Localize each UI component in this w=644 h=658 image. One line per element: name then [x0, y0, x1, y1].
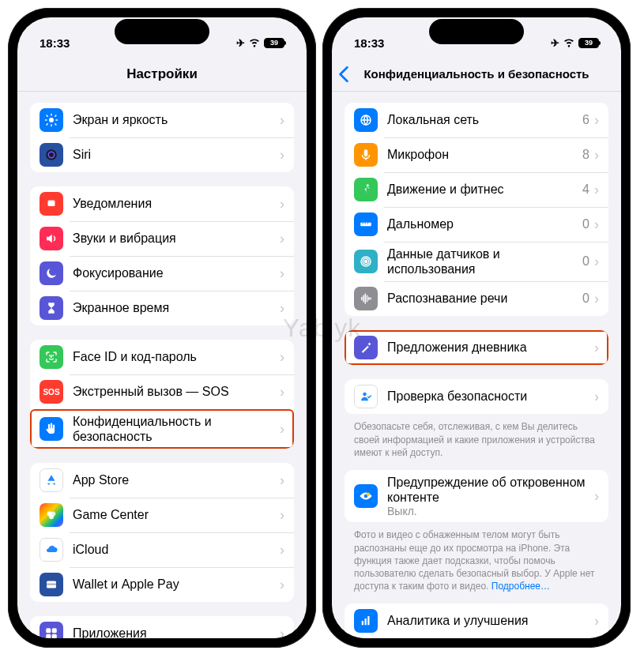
row-privacy[interactable]: Конфиденциальность и безопасность›: [30, 409, 294, 449]
svg-rect-11: [48, 201, 55, 207]
chevron-right-icon: ›: [594, 488, 599, 505]
wallet-icon: [40, 573, 63, 596]
row-value: 0: [582, 254, 589, 269]
row-label: Face ID и код-пароль: [73, 349, 280, 365]
svg-line-8: [47, 124, 47, 125]
privacy-group: Предложения дневника›: [345, 330, 608, 365]
row-icloud[interactable]: iCloud›: [30, 532, 294, 567]
settings-list[interactable]: Экран и яркость›Siri›Уведомления›Звуки и…: [17, 92, 307, 638]
svg-rect-39: [362, 621, 363, 625]
chevron-right-icon: ›: [280, 384, 284, 400]
settings-group: Экран и яркость›Siri›: [30, 103, 294, 172]
battery-icon: 39: [578, 38, 599, 48]
ruler-icon: [354, 212, 378, 236]
nav-header: Настройки: [17, 57, 307, 92]
wand-icon: [354, 336, 378, 359]
svg-rect-22: [364, 149, 368, 156]
row-label: Уведомления: [73, 196, 280, 212]
globe-icon: [354, 108, 378, 132]
footer-link[interactable]: Подробнее…: [491, 581, 550, 592]
row-appstore[interactable]: App Store›: [30, 463, 294, 498]
row-label: Локальная сеть: [387, 112, 582, 128]
settings-group: Уведомления›Звуки и вибрация›Фокусирован…: [30, 186, 294, 325]
wifi-icon: [248, 36, 261, 51]
row-speech[interactable]: Распознавание речи0›: [345, 281, 608, 316]
svg-rect-24: [360, 223, 371, 227]
row-mic[interactable]: Микрофон8›: [345, 137, 608, 172]
row-value: 0: [582, 291, 589, 306]
page-title: Настройки: [126, 66, 198, 82]
siri-icon: [40, 143, 63, 167]
row-label: Фокусирование: [73, 265, 280, 281]
row-analytics[interactable]: Аналитика и улучшения›: [345, 603, 608, 638]
row-label: Конфиденциальность и безопасность: [73, 414, 280, 444]
chevron-right-icon: ›: [280, 112, 284, 129]
dynamic-island: [429, 19, 524, 44]
row-focus[interactable]: Фокусирование›: [30, 256, 294, 291]
row-notifications[interactable]: Уведомления›: [30, 186, 294, 221]
row-sounds[interactable]: Звуки и вибрация›: [30, 221, 294, 256]
svg-point-37: [363, 393, 367, 397]
row-value: 8: [582, 148, 589, 162]
privacy-group: Локальная сеть6›Микрофон8›Движение и фит…: [345, 103, 608, 316]
row-sos[interactable]: SOSЭкстренный вызов — SOS›: [30, 374, 294, 409]
row-label: Данные датчиков и использования: [387, 246, 582, 276]
eye-icon: [354, 484, 378, 508]
group-footer: Фото и видео с обнаженным телом могут бы…: [354, 528, 599, 592]
row-value: 0: [582, 217, 589, 231]
svg-rect-16: [47, 584, 56, 585]
back-button[interactable]: [338, 57, 349, 91]
chevron-right-icon: ›: [594, 291, 599, 307]
privacy-group: Предупреждение об откровенном контентеВы…: [345, 470, 608, 522]
chevron-right-icon: ›: [594, 613, 599, 630]
chevron-right-icon: ›: [594, 147, 599, 164]
status-time: 18:33: [40, 36, 70, 50]
row-localnet[interactable]: Локальная сеть6›: [345, 103, 608, 137]
row-label: Предупреждение об откровенном контенте: [387, 475, 594, 505]
chevron-right-icon: ›: [280, 542, 284, 558]
settings-group: Face ID и код-пароль›SOSЭкстренный вызов…: [30, 340, 294, 449]
row-journal[interactable]: Предложения дневника›: [345, 330, 608, 365]
row-label: Экран и яркость: [73, 112, 280, 128]
svg-rect-40: [365, 619, 367, 625]
row-apps[interactable]: Приложения›: [30, 616, 294, 638]
row-label: Дальномер: [387, 216, 582, 232]
sun-icon: [40, 108, 63, 132]
row-faceid[interactable]: Face ID и код-пароль›: [30, 340, 294, 374]
row-display[interactable]: Экран и яркость›: [30, 103, 294, 137]
svg-line-5: [47, 115, 47, 116]
row-label: Siri: [73, 147, 280, 163]
faceid-icon: [40, 345, 63, 369]
status-icons: ✈︎ 39: [551, 36, 599, 51]
chevron-right-icon: ›: [280, 300, 284, 317]
sensor-icon: [354, 250, 378, 273]
row-wallet[interactable]: Wallet и Apple Pay›: [30, 567, 294, 602]
row-siri[interactable]: Siri›: [30, 137, 294, 172]
row-gamecenter[interactable]: Game Center›: [30, 498, 294, 532]
svg-rect-41: [367, 616, 369, 625]
row-label: App Store: [73, 472, 280, 488]
chevron-right-icon: ›: [594, 389, 599, 405]
row-screentime[interactable]: Экранное время›: [30, 291, 294, 325]
chart-icon: [354, 609, 378, 633]
svg-point-28: [365, 261, 367, 263]
chevron-right-icon: ›: [594, 254, 599, 270]
phone-left: 18:33 ✈︎ 39 Настройки Экран и яркость›Si…: [8, 8, 316, 648]
chevron-right-icon: ›: [280, 472, 284, 489]
row-range[interactable]: Дальномер0›: [345, 207, 608, 242]
row-safety[interactable]: Проверка безопасности›: [345, 379, 608, 414]
chevron-right-icon: ›: [594, 182, 599, 198]
row-subtitle: Выкл.: [387, 505, 594, 517]
privacy-list[interactable]: Локальная сеть6›Микрофон8›Движение и фит…: [332, 92, 621, 638]
row-sensor[interactable]: Данные датчиков и использования0›: [345, 242, 608, 281]
svg-point-38: [367, 493, 371, 497]
speaker-icon: [40, 227, 63, 250]
row-label: Game Center: [73, 507, 280, 523]
row-motion[interactable]: Движение и фитнес4›: [345, 172, 608, 207]
row-label: Микрофон: [387, 147, 582, 163]
page-title: Конфиденциальность и безопасность: [363, 67, 589, 81]
row-sensitive[interactable]: Предупреждение об откровенном контентеВы…: [345, 470, 608, 522]
chevron-right-icon: ›: [280, 349, 284, 366]
row-label: Экстренный вызов — SOS: [73, 384, 280, 400]
screen-left: 18:33 ✈︎ 39 Настройки Экран и яркость›Si…: [17, 17, 307, 638]
